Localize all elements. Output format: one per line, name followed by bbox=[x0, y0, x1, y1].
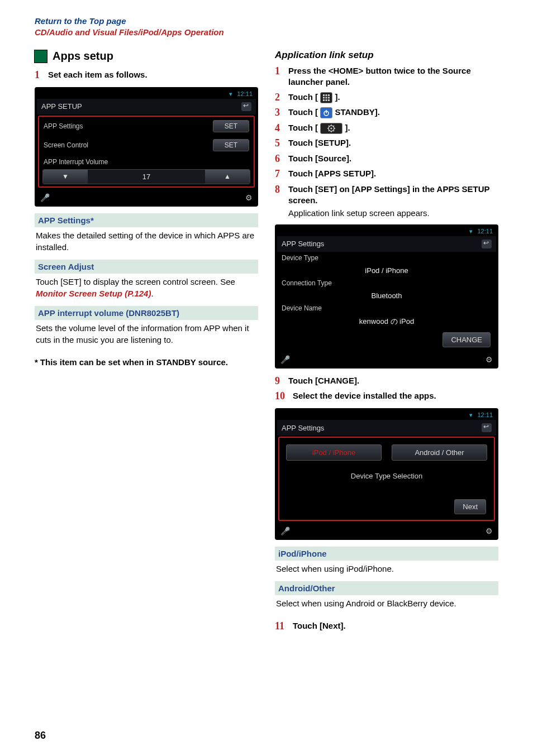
step-text: Touch [CHANGE]. bbox=[288, 375, 359, 386]
tab-ipod-iphone[interactable]: iPod / iPhone bbox=[286, 444, 382, 461]
volume-up-button[interactable]: ▲ bbox=[205, 170, 250, 184]
back-icon[interactable] bbox=[482, 423, 492, 432]
desc-body: Select when using iPod/iPhone. bbox=[275, 561, 498, 576]
section-title: Apps setup bbox=[53, 50, 113, 63]
page-number: 86 bbox=[35, 730, 46, 741]
breadcrumb-link[interactable]: CD/Audio and Visual Files/iPod/Apps Oper… bbox=[35, 27, 498, 38]
field-value: Bluetooth bbox=[277, 289, 496, 302]
field-label: Device Name bbox=[282, 304, 492, 312]
device-type-screenshot: ▾ 12:11 APP Settings iPod / iPhone Andro… bbox=[275, 408, 498, 540]
app-setup-screenshot: ▾ 12:11 APP SETUP APP Settings SET Scree… bbox=[35, 87, 258, 207]
svg-rect-0 bbox=[323, 94, 325, 96]
wifi-icon: ▾ bbox=[469, 412, 473, 419]
clock: 12:11 bbox=[477, 412, 493, 419]
field-label: Connection Type bbox=[282, 279, 492, 287]
step-text: Touch [ ]. bbox=[288, 122, 350, 134]
svg-line-20 bbox=[334, 126, 334, 126]
desc-body: Sets the volume level of the information… bbox=[35, 320, 258, 347]
tab-android-other[interactable]: Android / Other bbox=[392, 444, 487, 461]
standby-icon bbox=[320, 107, 332, 118]
svg-rect-4 bbox=[326, 97, 327, 98]
grid-icon bbox=[320, 92, 332, 103]
gear-button-icon bbox=[320, 123, 342, 134]
clock: 12:11 bbox=[237, 90, 253, 98]
screen-title: APP SETUP bbox=[41, 102, 82, 111]
clock: 12:11 bbox=[477, 228, 493, 235]
svg-rect-6 bbox=[323, 99, 325, 101]
mic-icon[interactable]: 🎤 bbox=[280, 527, 290, 535]
step-number: 10 bbox=[275, 390, 289, 403]
wifi-icon: ▾ bbox=[469, 228, 473, 235]
step-text: Touch [ ]. bbox=[288, 92, 340, 103]
svg-rect-8 bbox=[328, 99, 330, 101]
step-text: Select the device installed the apps. bbox=[293, 390, 436, 401]
desc-body: Touch [SET] to display the screen contro… bbox=[35, 274, 258, 300]
step-number: 6 bbox=[275, 153, 285, 165]
desc-body: Makes the detailed setting of the device… bbox=[35, 227, 258, 254]
desc-heading: APP interrupt volume (DNR8025BT) bbox=[35, 306, 258, 320]
step-text: Set each item as follows. bbox=[48, 69, 147, 80]
row-label: Screen Control bbox=[44, 141, 88, 149]
desc-heading: Android/Other bbox=[275, 581, 498, 595]
mic-icon[interactable]: 🎤 bbox=[280, 355, 290, 364]
next-button[interactable]: Next bbox=[454, 499, 486, 514]
screen-title: APP Settings bbox=[282, 424, 324, 432]
screen-title: APP Settings bbox=[282, 240, 324, 248]
step-number: 1 bbox=[35, 69, 45, 82]
step-text: Touch [Next]. bbox=[293, 620, 346, 631]
desc-body: Select when using Android or BlackBerry … bbox=[275, 595, 498, 610]
step-number: 2 bbox=[275, 92, 285, 104]
svg-rect-5 bbox=[328, 97, 330, 98]
section-marker-icon bbox=[35, 50, 47, 63]
svg-line-18 bbox=[334, 130, 334, 131]
footnote: * This item can be set when in STANDBY s… bbox=[35, 357, 258, 368]
step-number: 4 bbox=[275, 122, 285, 135]
device-type-label: Device Type Selection bbox=[282, 465, 492, 496]
svg-line-17 bbox=[329, 126, 329, 126]
row-label: APP Settings bbox=[44, 122, 83, 130]
step-number: 5 bbox=[275, 137, 285, 150]
step-number: 9 bbox=[275, 375, 285, 387]
volume-value: 17 bbox=[88, 170, 205, 184]
step-text: Touch [APPS SETUP]. bbox=[288, 168, 376, 179]
desc-heading: iPod/iPhone bbox=[275, 547, 498, 561]
desc-heading: Screen Adjust bbox=[35, 260, 258, 274]
field-label: Device Type bbox=[282, 254, 492, 262]
field-value: iPod / iPhone bbox=[277, 264, 496, 277]
svg-point-12 bbox=[331, 127, 332, 129]
set-button[interactable]: SET bbox=[213, 139, 249, 151]
row-label: APP Interrupt Volume bbox=[44, 158, 108, 166]
step-number: 3 bbox=[275, 107, 285, 119]
step-number: 1 bbox=[275, 65, 285, 78]
svg-rect-2 bbox=[328, 94, 330, 96]
step-text: Touch [SET] on [APP Settings] in the APP… bbox=[288, 184, 498, 207]
wifi-icon: ▾ bbox=[229, 90, 232, 98]
step-number: 8 bbox=[275, 184, 285, 196]
step-text: Touch [ STANDBY]. bbox=[288, 107, 380, 118]
cross-reference-link[interactable]: Monitor Screen Setup (P.124) bbox=[36, 289, 151, 298]
svg-rect-3 bbox=[323, 97, 325, 98]
highlight-outline: APP Settings SET Screen Control SET APP … bbox=[38, 116, 255, 188]
step-note: Application link setup screen appears. bbox=[288, 208, 498, 219]
gear-icon[interactable]: ⚙ bbox=[245, 193, 253, 202]
highlight-outline: iPod / iPhone Android / Other Device Typ… bbox=[278, 437, 495, 521]
step-text: Touch [SETUP]. bbox=[288, 137, 351, 149]
set-button[interactable]: SET bbox=[213, 120, 249, 132]
header-links: Return to the Top page CD/Audio and Visu… bbox=[35, 16, 498, 37]
mic-icon[interactable]: 🎤 bbox=[40, 193, 50, 202]
gear-icon[interactable]: ⚙ bbox=[486, 527, 493, 535]
change-button[interactable]: CHANGE bbox=[442, 332, 491, 347]
step-text: Touch [Source]. bbox=[288, 153, 351, 164]
back-icon[interactable] bbox=[482, 240, 492, 248]
return-top-link[interactable]: Return to the Top page bbox=[35, 16, 498, 27]
step-number: 7 bbox=[275, 168, 285, 180]
gear-icon[interactable]: ⚙ bbox=[486, 355, 493, 364]
back-icon[interactable] bbox=[241, 102, 251, 111]
svg-line-19 bbox=[329, 130, 329, 131]
step-text: Press the <HOME> button twice to the Sou… bbox=[288, 65, 498, 88]
app-settings-screenshot: ▾ 12:11 APP Settings Device Type iPod / … bbox=[275, 224, 498, 369]
subsection-title: Application link setup bbox=[275, 50, 498, 61]
field-value: kenwood の iPod bbox=[277, 314, 496, 329]
volume-down-button[interactable]: ▼ bbox=[43, 170, 88, 184]
desc-heading: APP Settings* bbox=[35, 213, 258, 227]
